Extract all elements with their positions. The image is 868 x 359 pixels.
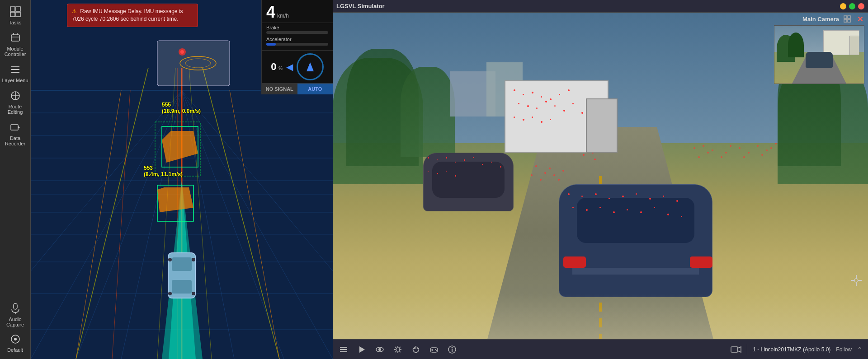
toolbar-right-section: 1 - Lincoln2017MKZ (Apollo 5.0) Follow ⌃ (731, 344, 863, 355)
steering-left-arrow: ◀ (286, 61, 293, 72)
svg-rect-70 (844, 16, 847, 19)
viz-panel: ⚠ Raw IMU Message Delay. IMU message is … (31, 0, 333, 359)
toolbar-play-button[interactable] (356, 344, 367, 355)
svg-point-130 (378, 348, 381, 351)
toolbar-record-button[interactable] (731, 344, 741, 355)
steering-value: 0 (271, 61, 276, 72)
follow-label: Follow (836, 346, 852, 353)
sidebar-item-module-controller[interactable]: Module Controller (1, 29, 30, 60)
svg-point-131 (396, 348, 400, 351)
steering-unit: % (278, 66, 283, 71)
thumb-truck-cab (849, 36, 859, 55)
sidebar-label-tasks: Tasks (9, 20, 21, 25)
svg-rect-3 (16, 12, 20, 17)
dark-car-vehicle (423, 153, 527, 220)
svg-line-137 (400, 351, 401, 352)
sim-titlebar: LGSVL Simulator (333, 0, 868, 13)
svg-point-53 (168, 258, 172, 261)
svg-point-19 (14, 338, 17, 340)
annotation-555: 555 (18.9m, 0.0m/s) (162, 102, 201, 114)
alert-text: Raw IMU Message Delay. IMU message is 70… (72, 8, 183, 22)
svg-rect-0 (10, 7, 15, 11)
hud-signal-buttons: NO SIGNAL AUTO (262, 84, 333, 94)
sidebar-label-module: Module Controller (2, 46, 29, 57)
toolbar-menu-button[interactable] (338, 344, 349, 355)
hud-brake-accelerator: Brake Accelerator (262, 23, 333, 51)
accelerator-bar (266, 43, 328, 46)
thumb-tree-2 (788, 33, 804, 57)
close-button[interactable] (858, 3, 864, 9)
svg-line-136 (395, 347, 396, 348)
thumb-car (806, 52, 833, 68)
grid-icon (9, 5, 22, 18)
steering-circle (297, 53, 324, 80)
svg-point-56 (192, 292, 195, 295)
maximize-button[interactable] (849, 3, 855, 9)
svg-point-124 (854, 279, 858, 282)
svg-point-54 (192, 258, 195, 261)
toolbar-view-button[interactable] (374, 344, 385, 355)
svg-point-67 (180, 50, 184, 54)
no-signal-button[interactable]: NO SIGNAL (262, 84, 297, 94)
crosshair-svg (850, 274, 863, 287)
svg-rect-65 (157, 41, 230, 86)
svg-rect-16 (14, 303, 17, 309)
toolbar-settings-button[interactable] (392, 344, 403, 355)
alert-icon: ⚠ (72, 8, 77, 15)
svg-rect-14 (11, 125, 18, 130)
speed-unit: km/h (277, 13, 289, 19)
close-cam-button[interactable]: ✕ (855, 14, 864, 23)
chevron-up-icon[interactable]: ⌃ (857, 346, 863, 353)
sidebar-item-route-editing[interactable]: Route Editing (1, 87, 30, 117)
svg-point-146 (435, 349, 436, 350)
svg-rect-2 (10, 12, 15, 17)
sidebar-label-route: Route Editing (2, 104, 29, 115)
annotation-553: 553 (8.4m, 11.1m/s) (144, 165, 183, 177)
sidebar-item-audio-capture[interactable]: Audio Capture (1, 299, 30, 330)
toolbar-gamepad-button[interactable] (429, 344, 439, 355)
toolbar-info-button[interactable] (447, 344, 458, 355)
brake-label: Brake (266, 25, 328, 30)
auto-signal-button[interactable]: AUTO (297, 84, 333, 94)
route-icon (9, 89, 22, 102)
hud-speed-display: 4 km/h (262, 0, 333, 23)
recorder-icon (9, 121, 22, 134)
hud-panel: 4 km/h Brake Accelerator 0 % ◀ (261, 0, 333, 94)
svg-rect-72 (844, 19, 847, 22)
svg-marker-152 (738, 347, 741, 352)
vehicle-label: 1 - Lincoln2017MKZ (Apollo 5.0) (753, 346, 830, 353)
svg-rect-151 (731, 347, 738, 352)
svg-marker-128 (359, 346, 365, 353)
thumbnail-camera (774, 25, 864, 84)
hud-steering: 0 % ◀ (262, 51, 333, 84)
sidebar-item-layer-menu[interactable]: Layer Menu (1, 61, 30, 86)
steering-percent-group: 0 % (271, 61, 283, 73)
brake-bar (266, 31, 328, 34)
default-icon (9, 333, 22, 345)
minimize-button[interactable] (840, 3, 846, 9)
sidebar-label-layer: Layer Menu (2, 78, 28, 83)
sidebar: Tasks Module Controller Layer Menu (0, 0, 31, 359)
sim-title: LGSVL Simulator (336, 3, 385, 9)
toolbar-connect-button[interactable] (410, 344, 421, 355)
svg-rect-4 (11, 35, 19, 41)
crosshair-icon[interactable] (850, 274, 863, 287)
svg-line-139 (395, 351, 396, 352)
toolbar-separator (747, 344, 747, 355)
sidebar-item-default[interactable]: Default (1, 330, 30, 355)
svg-rect-73 (848, 19, 850, 22)
svg-rect-1 (16, 7, 20, 11)
svg-marker-15 (18, 126, 20, 129)
simulator-panel: LGSVL Simulator Main Camera ✕ (333, 0, 868, 359)
layer-icon (9, 63, 22, 76)
svg-point-150 (452, 347, 453, 348)
audio-icon (9, 302, 22, 315)
accelerator-label: Accelerator (266, 37, 328, 42)
sidebar-item-data-recorder[interactable]: Data Recorder (1, 118, 30, 149)
accelerator-fill (266, 43, 276, 46)
sidebar-item-tasks[interactable]: Tasks (1, 3, 30, 28)
expand-cam-button[interactable] (843, 14, 852, 23)
svg-point-147 (436, 350, 437, 351)
main-camera-label-bar: Main Camera ✕ (802, 14, 864, 23)
main-camera-text: Main Camera (802, 16, 839, 23)
